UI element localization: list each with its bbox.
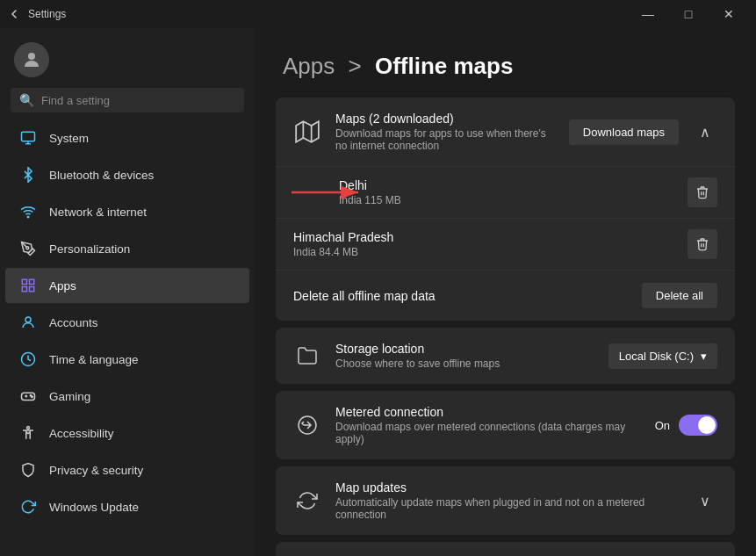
storage-card: Storage location Choose where to save of… bbox=[276, 328, 735, 384]
monitor-icon bbox=[19, 129, 37, 147]
sidebar-item-label: Network & internet bbox=[49, 206, 147, 219]
metered-row: Metered connection Download maps over me… bbox=[276, 391, 735, 459]
storage-title: Storage location bbox=[335, 342, 594, 356]
delete-all-row: Delete all offline map data Delete all bbox=[276, 271, 735, 321]
titlebar-left: Settings bbox=[7, 7, 66, 21]
sidebar-item-time[interactable]: Time & language bbox=[5, 342, 249, 377]
search-input[interactable] bbox=[41, 94, 235, 107]
delete-delhi-button[interactable] bbox=[688, 177, 717, 207]
metered-status: On bbox=[655, 419, 670, 432]
avatar[interactable] bbox=[14, 42, 49, 77]
more-card: More about map data suppliers © 2022 Mic… bbox=[276, 542, 735, 556]
svg-rect-9 bbox=[22, 287, 26, 292]
sidebar-item-bluetooth[interactable]: Bluetooth & devices bbox=[5, 157, 249, 192]
maps-info: Maps (2 downloaded) Download maps for ap… bbox=[335, 112, 555, 152]
delete-himachal-button[interactable] bbox=[688, 229, 717, 259]
close-button[interactable]: ✕ bbox=[709, 0, 749, 28]
breadcrumb-current: Offline maps bbox=[375, 53, 513, 79]
update-icon bbox=[19, 498, 37, 516]
sidebar-item-accessibility[interactable]: Accessibility bbox=[5, 415, 249, 451]
sidebar-item-apps[interactable]: Apps bbox=[5, 268, 249, 303]
sidebar-item-privacy[interactable]: Privacy & security bbox=[5, 452, 249, 487]
storage-subtitle: Choose where to save offline maps bbox=[335, 357, 594, 370]
sidebar-item-label: Windows Update bbox=[49, 501, 139, 514]
shield-icon bbox=[19, 461, 37, 479]
collapse-button[interactable]: ∧ bbox=[693, 120, 717, 144]
maps-header: Maps (2 downloaded) Download maps for ap… bbox=[276, 97, 735, 167]
accessibility-icon bbox=[19, 424, 37, 442]
updates-row: Map updates Automatically update maps wh… bbox=[276, 466, 735, 535]
more-row: More about map data suppliers © 2022 Mic… bbox=[276, 542, 735, 556]
maps-icon bbox=[293, 118, 321, 146]
updates-info: Map updates Automatically update maps wh… bbox=[335, 480, 679, 521]
sidebar-item-label: Time & language bbox=[49, 353, 139, 366]
himachal-name: Himachal Pradesh bbox=[293, 230, 688, 244]
clock-icon bbox=[19, 350, 37, 368]
updates-card: Map updates Automatically update maps wh… bbox=[276, 466, 735, 535]
metered-card: Metered connection Download maps over me… bbox=[276, 391, 735, 459]
sidebar-item-gaming[interactable]: Gaming bbox=[5, 379, 249, 414]
svg-rect-1 bbox=[22, 132, 35, 141]
svg-point-10 bbox=[25, 317, 31, 322]
delhi-meta: India 115 MB bbox=[339, 194, 688, 206]
svg-rect-8 bbox=[30, 287, 34, 292]
app-body: 🔍 System Bluetooth & devices bbox=[0, 28, 756, 556]
wifi-icon bbox=[19, 203, 37, 220]
search-box[interactable]: 🔍 bbox=[11, 88, 244, 112]
back-icon[interactable] bbox=[7, 7, 21, 21]
sidebar-item-label: Apps bbox=[49, 279, 76, 292]
svg-point-17 bbox=[27, 427, 30, 430]
metered-icon bbox=[293, 411, 321, 439]
himachal-meta: India 84.4 MB bbox=[293, 246, 688, 258]
sidebar-item-accounts[interactable]: Accounts bbox=[5, 305, 249, 340]
sidebar-item-label: Gaming bbox=[49, 390, 90, 403]
breadcrumb: Apps > Offline maps bbox=[255, 28, 756, 97]
minimize-button[interactable]: — bbox=[628, 0, 668, 28]
himachal-info: Himachal Pradesh India 84.4 MB bbox=[293, 230, 688, 258]
storage-row: Storage location Choose where to save of… bbox=[276, 328, 735, 384]
storage-location-select[interactable]: Local Disk (C:) ▾ bbox=[608, 343, 717, 369]
delhi-map-item: Delhi India 115 MB bbox=[276, 167, 735, 219]
svg-point-0 bbox=[28, 53, 35, 60]
sidebar: 🔍 System Bluetooth & devices bbox=[0, 28, 255, 556]
maximize-button[interactable]: □ bbox=[668, 0, 709, 28]
svg-rect-6 bbox=[22, 279, 26, 284]
metered-toggle[interactable] bbox=[679, 415, 717, 436]
sidebar-item-label: Personalization bbox=[49, 242, 130, 256]
svg-rect-7 bbox=[30, 279, 34, 284]
storage-info: Storage location Choose where to save of… bbox=[335, 342, 594, 370]
chevron-down-icon: ▾ bbox=[701, 350, 707, 363]
svg-point-5 bbox=[26, 247, 29, 249]
metered-subtitle: Download maps over metered connections (… bbox=[335, 421, 641, 445]
sidebar-item-network[interactable]: Network & internet bbox=[5, 194, 249, 229]
breadcrumb-separator: > bbox=[349, 53, 362, 79]
person-icon bbox=[19, 314, 37, 331]
metered-title: Metered connection bbox=[335, 405, 641, 419]
delete-all-button[interactable]: Delete all bbox=[642, 283, 717, 308]
titlebar-controls: — □ ✕ bbox=[628, 0, 749, 28]
sidebar-item-personalization[interactable]: Personalization bbox=[5, 231, 249, 266]
download-maps-button[interactable]: Download maps bbox=[569, 119, 679, 145]
sidebar-item-windows-update[interactable]: Windows Update bbox=[5, 489, 249, 524]
sidebar-item-label: Bluetooth & devices bbox=[49, 169, 154, 182]
sidebar-item-label: Accessibility bbox=[49, 427, 114, 440]
toggle-knob bbox=[698, 416, 716, 434]
maps-subtitle: Download maps for apps to use when there… bbox=[335, 127, 555, 152]
sidebar-item-system[interactable]: System bbox=[5, 120, 249, 155]
bluetooth-icon bbox=[19, 166, 37, 184]
storage-location-label: Local Disk (C:) bbox=[619, 350, 694, 363]
sidebar-item-label: Accounts bbox=[49, 316, 98, 329]
refresh-icon bbox=[293, 487, 321, 515]
apps-icon bbox=[19, 277, 37, 294]
delhi-name: Delhi bbox=[339, 178, 688, 192]
brush-icon bbox=[19, 240, 37, 257]
updates-expand-button[interactable]: ∨ bbox=[693, 489, 717, 513]
search-icon: 🔍 bbox=[19, 93, 34, 107]
himachal-map-item: Himachal Pradesh India 84.4 MB bbox=[276, 219, 735, 271]
titlebar: Settings — □ ✕ bbox=[0, 0, 756, 28]
breadcrumb-apps[interactable]: Apps bbox=[283, 53, 335, 79]
titlebar-title: Settings bbox=[28, 8, 66, 20]
svg-marker-18 bbox=[296, 121, 319, 141]
sidebar-user bbox=[0, 28, 255, 88]
delhi-info: Delhi India 115 MB bbox=[339, 178, 688, 206]
